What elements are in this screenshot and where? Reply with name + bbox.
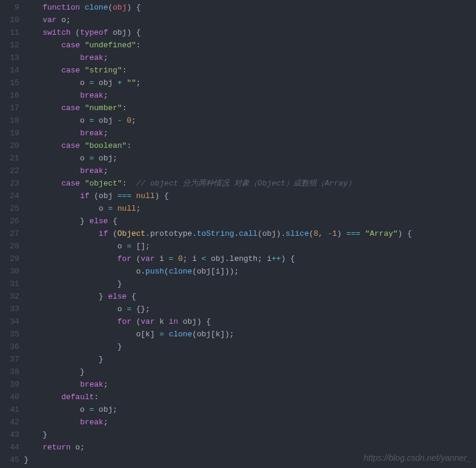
code-line: break; <box>24 416 476 429</box>
code-line: for (var k in obj) { <box>24 315 476 328</box>
line-number: 18 <box>0 114 19 127</box>
line-number: 24 <box>0 190 19 202</box>
code-line: o = obj - 0; <box>24 114 476 127</box>
line-number-gutter: 9101112131415161718192021222324252627282… <box>0 1 24 466</box>
code-line: for (var i = 0; i < obj.length; i++) { <box>24 253 476 265</box>
code-line: case "object": // object 分为两种情况 对象（Objec… <box>24 177 476 190</box>
code-line: } else { <box>24 290 476 303</box>
line-number: 19 <box>0 127 19 139</box>
line-number: 37 <box>0 353 19 366</box>
line-number: 21 <box>0 152 19 165</box>
line-number: 28 <box>0 240 19 253</box>
line-number: 27 <box>0 227 19 240</box>
code-line: case "number": <box>24 102 476 114</box>
code-line: switch (typeof obj) { <box>24 26 476 39</box>
code-line: } <box>24 341 476 353</box>
code-line: o = []; <box>24 240 476 253</box>
line-number: 10 <box>0 14 19 26</box>
line-number: 9 <box>0 1 19 14</box>
code-line: } <box>24 366 476 378</box>
code-line: break; <box>24 51 476 64</box>
code-line: var o; <box>24 14 476 26</box>
line-number: 38 <box>0 366 19 378</box>
line-number: 20 <box>0 139 19 152</box>
code-line: o = obj; <box>24 403 476 416</box>
code-line: if (obj === null) { <box>24 190 476 202</box>
line-number: 23 <box>0 177 19 190</box>
line-number: 41 <box>0 403 19 416</box>
line-number: 12 <box>0 39 19 51</box>
line-number: 13 <box>0 51 19 64</box>
code-line: o = null; <box>24 202 476 215</box>
line-number: 34 <box>0 315 19 328</box>
code-line: case "boolean": <box>24 139 476 152</box>
code-line: default: <box>24 391 476 403</box>
line-number: 29 <box>0 253 19 265</box>
line-number: 22 <box>0 165 19 177</box>
line-number: 26 <box>0 215 19 227</box>
line-number: 35 <box>0 328 19 341</box>
line-number: 30 <box>0 265 19 278</box>
code-line: o = obj + ""; <box>24 77 476 89</box>
code-line: } <box>24 429 476 441</box>
line-number: 44 <box>0 441 19 454</box>
line-number: 40 <box>0 391 19 403</box>
code-line: case "undefined": <box>24 39 476 51</box>
code-line: } else { <box>24 215 476 227</box>
code-editor: 9101112131415161718192021222324252627282… <box>0 0 476 466</box>
line-number: 39 <box>0 378 19 391</box>
line-number: 25 <box>0 202 19 215</box>
code-line: function clone(obj) { <box>24 1 476 14</box>
code-line: case "string": <box>24 64 476 77</box>
line-number: 33 <box>0 303 19 315</box>
code-line: } <box>24 353 476 366</box>
code-line: o.push(clone(obj[i])); <box>24 265 476 278</box>
code-line: break; <box>24 378 476 391</box>
line-number: 42 <box>0 416 19 429</box>
line-number: 32 <box>0 290 19 303</box>
code-line: break; <box>24 127 476 139</box>
line-number: 17 <box>0 102 19 114</box>
line-number: 16 <box>0 89 19 102</box>
line-number: 36 <box>0 341 19 353</box>
code-line: o = obj; <box>24 152 476 165</box>
code-line: } <box>24 278 476 290</box>
line-number: 45 <box>0 454 19 466</box>
code-line: o[k] = clone(obj[k]); <box>24 328 476 341</box>
watermark-text: https://blog.csdn.net/yanner_ <box>363 452 471 464</box>
code-line: o = {}; <box>24 303 476 315</box>
code-line: break; <box>24 165 476 177</box>
line-number: 11 <box>0 26 19 39</box>
code-line: if (Object.prototype.toString.call(obj).… <box>24 227 476 240</box>
code-area: function clone(obj) { var o; switch (typ… <box>24 1 476 466</box>
line-number: 43 <box>0 429 19 441</box>
code-line: break; <box>24 89 476 102</box>
line-number: 15 <box>0 77 19 89</box>
line-number: 31 <box>0 278 19 290</box>
line-number: 14 <box>0 64 19 77</box>
